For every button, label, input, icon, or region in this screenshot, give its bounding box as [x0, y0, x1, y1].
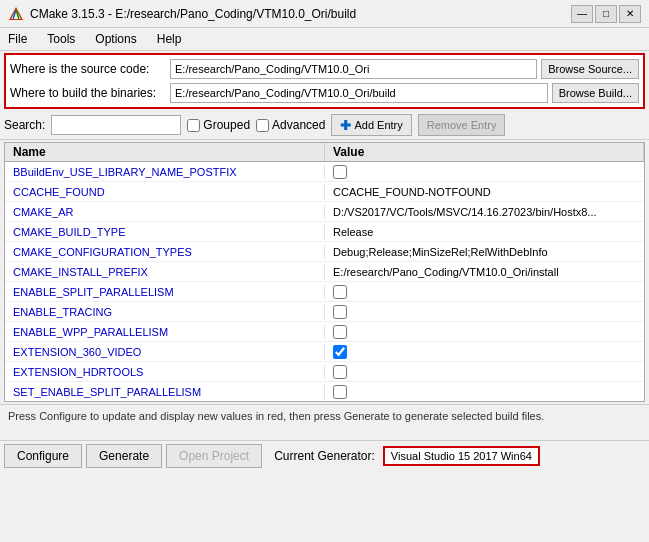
table-row[interactable]: CMAKE_ARD:/VS2017/VC/Tools/MSVC/14.16.27…: [5, 202, 644, 222]
table-row[interactable]: CCACHE_FOUNDCCACHE_FOUND-NOTFOUND: [5, 182, 644, 202]
advanced-checkbox[interactable]: [256, 119, 269, 132]
toolbar: Search: Grouped Advanced ✚ Add Entry Rem…: [0, 111, 649, 140]
row-checkbox[interactable]: [333, 305, 347, 319]
cell-value: [325, 364, 644, 380]
minimize-button[interactable]: —: [571, 5, 593, 23]
add-entry-button[interactable]: ✚ Add Entry: [331, 114, 411, 136]
build-input[interactable]: [170, 83, 548, 103]
generator-label: Current Generator:: [274, 449, 375, 463]
menu-help[interactable]: Help: [153, 30, 186, 48]
window-title: CMake 3.15.3 - E:/research/Pano_Coding/V…: [30, 7, 571, 21]
close-button[interactable]: ✕: [619, 5, 641, 23]
title-bar: CMake 3.15.3 - E:/research/Pano_Coding/V…: [0, 0, 649, 28]
cell-name: CMAKE_INSTALL_PREFIX: [5, 265, 325, 279]
maximize-button[interactable]: □: [595, 5, 617, 23]
build-label: Where to build the binaries:: [10, 86, 170, 100]
row-checkbox[interactable]: [333, 365, 347, 379]
menu-tools[interactable]: Tools: [43, 30, 79, 48]
status-bar: Press Configure to update and display ne…: [0, 404, 649, 440]
source-row: Where is the source code: Browse Source.…: [10, 57, 639, 81]
cell-value: [325, 284, 644, 300]
build-row: Where to build the binaries: Browse Buil…: [10, 81, 639, 105]
cell-value: [325, 304, 644, 320]
cell-value: Release: [325, 225, 644, 239]
browse-build-button[interactable]: Browse Build...: [552, 83, 639, 103]
cell-name: EXTENSION_360_VIDEO: [5, 345, 325, 359]
cell-name: CMAKE_AR: [5, 205, 325, 219]
cell-name: CMAKE_BUILD_TYPE: [5, 225, 325, 239]
generate-button[interactable]: Generate: [86, 444, 162, 468]
search-input[interactable]: [51, 115, 181, 135]
add-icon: ✚: [340, 118, 351, 133]
row-checkbox[interactable]: [333, 385, 347, 399]
source-label: Where is the source code:: [10, 62, 170, 76]
advanced-checkbox-group: Advanced: [256, 118, 325, 132]
cmake-table: Name Value BBuildEnv_USE_LIBRARY_NAME_PO…: [4, 142, 645, 402]
cell-value: Debug;Release;MinSizeRel;RelWithDebInfo: [325, 245, 644, 259]
cell-value: [325, 384, 644, 400]
menu-bar: File Tools Options Help: [0, 28, 649, 51]
advanced-label: Advanced: [272, 118, 325, 132]
table-row[interactable]: EXTENSION_360_VIDEO: [5, 342, 644, 362]
menu-file[interactable]: File: [4, 30, 31, 48]
row-checkbox[interactable]: [333, 325, 347, 339]
header-name: Name: [5, 143, 325, 161]
cell-value: [325, 164, 644, 180]
window-controls: — □ ✕: [571, 5, 641, 23]
grouped-checkbox[interactable]: [187, 119, 200, 132]
search-label: Search:: [4, 118, 45, 132]
table-row[interactable]: BBuildEnv_USE_LIBRARY_NAME_POSTFIX: [5, 162, 644, 182]
cell-name: SET_ENABLE_SPLIT_PARALLELISM: [5, 385, 325, 399]
source-build-section: Where is the source code: Browse Source.…: [4, 53, 645, 109]
row-checkbox[interactable]: [333, 345, 347, 359]
generator-value: Visual Studio 15 2017 Win64: [383, 446, 540, 466]
cell-name: ENABLE_SPLIT_PARALLELISM: [5, 285, 325, 299]
cell-value: CCACHE_FOUND-NOTFOUND: [325, 185, 644, 199]
add-entry-label: Add Entry: [354, 119, 402, 131]
menu-options[interactable]: Options: [91, 30, 140, 48]
grouped-checkbox-group: Grouped: [187, 118, 250, 132]
status-message: Press Configure to update and display ne…: [8, 410, 544, 422]
table-row[interactable]: ENABLE_TRACING: [5, 302, 644, 322]
cell-name: ENABLE_WPP_PARALLELISM: [5, 325, 325, 339]
row-checkbox[interactable]: [333, 165, 347, 179]
cell-name: ENABLE_TRACING: [5, 305, 325, 319]
header-value: Value: [325, 143, 644, 161]
cell-value: D:/VS2017/VC/Tools/MSVC/14.16.27023/bin/…: [325, 205, 644, 219]
row-checkbox[interactable]: [333, 285, 347, 299]
remove-entry-button[interactable]: Remove Entry: [418, 114, 506, 136]
grouped-label: Grouped: [203, 118, 250, 132]
bottom-bar: Configure Generate Open Project Current …: [0, 440, 649, 471]
table-row[interactable]: CMAKE_BUILD_TYPERelease: [5, 222, 644, 242]
table-row[interactable]: CMAKE_CONFIGURATION_TYPESDebug;Release;M…: [5, 242, 644, 262]
table-row[interactable]: ENABLE_WPP_PARALLELISM: [5, 322, 644, 342]
cell-name: BBuildEnv_USE_LIBRARY_NAME_POSTFIX: [5, 165, 325, 179]
table-row[interactable]: ENABLE_SPLIT_PARALLELISM: [5, 282, 644, 302]
configure-button[interactable]: Configure: [4, 444, 82, 468]
source-input[interactable]: [170, 59, 537, 79]
table-body: BBuildEnv_USE_LIBRARY_NAME_POSTFIXCCACHE…: [5, 162, 644, 402]
open-project-button[interactable]: Open Project: [166, 444, 262, 468]
cell-name: CMAKE_CONFIGURATION_TYPES: [5, 245, 325, 259]
table-row[interactable]: CMAKE_INSTALL_PREFIXE:/research/Pano_Cod…: [5, 262, 644, 282]
cell-name: EXTENSION_HDRTOOLS: [5, 365, 325, 379]
table-row[interactable]: EXTENSION_HDRTOOLS: [5, 362, 644, 382]
table-row[interactable]: SET_ENABLE_SPLIT_PARALLELISM: [5, 382, 644, 402]
cell-name: CCACHE_FOUND: [5, 185, 325, 199]
cell-value: [325, 344, 644, 360]
table-header: Name Value: [5, 143, 644, 162]
browse-source-button[interactable]: Browse Source...: [541, 59, 639, 79]
cell-value: [325, 324, 644, 340]
cell-value: E:/research/Pano_Coding/VTM10.0_Ori/inst…: [325, 265, 644, 279]
cmake-icon: [8, 6, 24, 22]
